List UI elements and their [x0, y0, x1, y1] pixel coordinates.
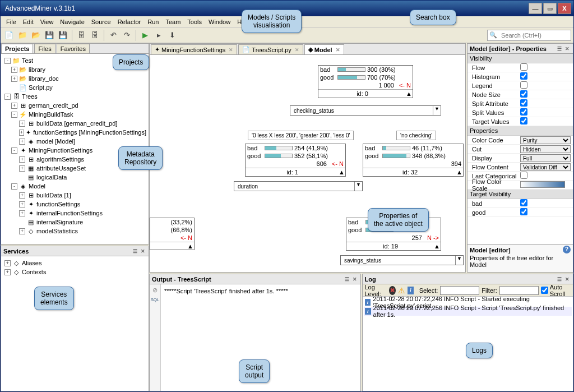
item-model[interactable]: -◈Model: [3, 182, 146, 191]
model-canvas[interactable]: bad300 (30%) good700 (70%) 1 000<- N id:…: [150, 55, 465, 272]
tree-toggle-icon[interactable]: -: [11, 112, 17, 118]
search-input[interactable]: [499, 32, 571, 39]
tree-toggle-icon[interactable]: +: [11, 103, 17, 109]
tree-node-partial-left[interactable]: (33,2%) (66,8%) <- N ▲: [150, 218, 195, 250]
prop-flow-check[interactable]: [520, 63, 527, 71]
run-button[interactable]: ▶: [139, 29, 151, 41]
maximize-button[interactable]: ▭: [543, 3, 557, 14]
panel-menu-icon[interactable]: ☰: [556, 276, 563, 283]
item-funcsettings-mfs[interactable]: +✦functionSettings [MiningFunctionSettin…: [3, 128, 146, 137]
menu-edit[interactable]: Edit: [20, 19, 37, 25]
prop-cut-select[interactable]: Hidden: [520, 145, 571, 153]
tab-projects[interactable]: Projects: [1, 44, 33, 53]
help-icon[interactable]: ?: [563, 246, 571, 253]
prop-targetvals-check[interactable]: [520, 117, 527, 124]
log-level-error-icon[interactable]: ✖: [389, 286, 396, 295]
new-project-button[interactable]: 📁: [16, 29, 29, 41]
item-builddata-gc[interactable]: +⊞buildData [german_credit_pd]: [3, 119, 146, 128]
prop-legend-check[interactable]: [520, 81, 527, 89]
item-model-statistics[interactable]: +◇modelStatistics: [3, 227, 146, 236]
menu-source[interactable]: Source: [88, 19, 114, 25]
menu-view[interactable]: View: [37, 19, 57, 25]
panel-close-icon[interactable]: ✕: [351, 276, 358, 283]
search-box[interactable]: 🔍: [487, 30, 571, 41]
panel-close-icon[interactable]: ✕: [140, 248, 146, 255]
menu-team[interactable]: Team: [162, 19, 184, 25]
tab-close-icon[interactable]: ✕: [295, 47, 299, 53]
dropdown-icon[interactable]: ▼: [433, 106, 441, 115]
item-internal-signature[interactable]: ▤internalSignature: [3, 218, 146, 227]
prop-colorscale-swatch[interactable]: [520, 181, 565, 188]
tree-toggle-icon[interactable]: -: [4, 94, 11, 100]
tree-toggle-icon[interactable]: +: [19, 201, 25, 207]
log-row[interactable]: i2011-02-28 20:07:22,256 INFO Script - S…: [364, 307, 572, 316]
tree-toggle-icon[interactable]: -: [4, 58, 11, 64]
prop-splitvals-check[interactable]: [520, 108, 527, 116]
menu-file[interactable]: File: [3, 19, 20, 25]
undo-button[interactable]: ↶: [107, 29, 119, 41]
panel-close-icon[interactable]: ✕: [564, 276, 571, 283]
split-attr-savings[interactable]: savings_status▼: [340, 255, 464, 265]
tree-toggle-icon[interactable]: -: [11, 183, 17, 190]
log-level-warn-icon[interactable]: ⚠: [398, 286, 405, 295]
save-button[interactable]: 💾: [43, 29, 55, 41]
menu-navigate[interactable]: Navigate: [57, 19, 87, 25]
tree-toggle-icon[interactable]: +: [19, 139, 25, 145]
tree-toggle-icon[interactable]: +: [19, 130, 24, 136]
item-internal-func-settings[interactable]: +✦internalFunctionSettings: [3, 209, 146, 218]
save-all-button[interactable]: 💾: [57, 29, 69, 41]
folder-library-doc[interactable]: +📂library_doc: [3, 74, 146, 83]
item-logical-data[interactable]: ▤logicalData: [3, 173, 146, 182]
close-button[interactable]: X: [558, 3, 571, 14]
split-attr-duration[interactable]: duration▼: [234, 181, 363, 191]
prop-nodesize-check[interactable]: [520, 90, 527, 98]
repo-trees[interactable]: -🗄Trees: [3, 92, 146, 101]
tab-mining-function-settings[interactable]: ✦MiningFunctionSettings✕: [151, 44, 237, 54]
menu-tools[interactable]: Tools: [184, 19, 205, 25]
tab-files[interactable]: Files: [34, 44, 55, 53]
redo-button[interactable]: ↷: [121, 29, 133, 41]
services-tree[interactable]: +◇Aliases+◇Contexts: [1, 256, 149, 391]
log-autoscroll[interactable]: Auto Scroll: [541, 284, 571, 297]
services-contexts[interactable]: +◇Contexts: [3, 268, 146, 276]
item-german-credit[interactable]: +⊞german_credit_pd: [3, 101, 146, 110]
services-aliases[interactable]: +◇Aliases: [3, 259, 146, 268]
dropdown-icon[interactable]: ▼: [354, 182, 362, 191]
stop-button[interactable]: ⬇: [166, 29, 178, 41]
item-builddata-1[interactable]: +⊞buildData [1]: [3, 191, 146, 200]
tab-close-icon[interactable]: ✕: [229, 47, 233, 53]
panel-menu-icon[interactable]: ☰: [344, 276, 350, 283]
menu-refactor[interactable]: Refactor: [114, 19, 145, 25]
tree-toggle-icon[interactable]: +: [19, 121, 25, 127]
tree-toggle-icon[interactable]: +: [19, 156, 25, 163]
database-button[interactable]: 🗄: [75, 29, 87, 41]
tree-node-1[interactable]: bad254 (41,9%) good352 (58,1%) 606<- N i…: [245, 144, 346, 177]
log-filter-input[interactable]: [499, 286, 539, 295]
prop-good-check[interactable]: [520, 208, 527, 215]
output-sql-icon[interactable]: SQL: [150, 297, 159, 302]
tab-favorites[interactable]: Favorites: [57, 44, 90, 53]
item-mining-build-task[interactable]: -⚡MiningBuildTask: [3, 110, 146, 119]
database-group-button[interactable]: 🗄: [89, 29, 101, 41]
tree-toggle-icon[interactable]: +: [11, 67, 17, 73]
menu-window[interactable]: Window: [205, 19, 234, 25]
prop-histogram-check[interactable]: [520, 72, 527, 80]
prop-display-select[interactable]: Full: [520, 154, 571, 162]
prop-bad-check[interactable]: [520, 199, 527, 206]
panel-close-icon[interactable]: ✕: [564, 45, 571, 52]
file-script-py[interactable]: 📄Script.py: [3, 83, 146, 92]
tree-toggle-icon[interactable]: +: [19, 165, 25, 172]
output-stop-icon[interactable]: ⊘: [152, 287, 158, 294]
split-attr-root[interactable]: checking_status▼: [290, 105, 441, 116]
tree-toggle-icon[interactable]: +: [4, 260, 11, 266]
minimize-button[interactable]: —: [529, 3, 542, 14]
prop-flowcontent-select[interactable]: Validation Diff: [520, 163, 571, 171]
tree-toggle-icon[interactable]: +: [19, 228, 25, 234]
tab-trees-script[interactable]: 📄TreesScript.py✕: [238, 44, 303, 54]
tree-node-0[interactable]: bad300 (30%) good700 (70%) 1 000<- N id:…: [318, 65, 413, 98]
debug-button[interactable]: ▸: [152, 29, 165, 41]
tree-toggle-icon[interactable]: +: [4, 269, 11, 275]
dropdown-icon[interactable]: ▼: [455, 256, 463, 265]
item-model-model[interactable]: +◈model [Model]: [3, 137, 146, 146]
tree-toggle-icon[interactable]: -: [11, 147, 17, 154]
